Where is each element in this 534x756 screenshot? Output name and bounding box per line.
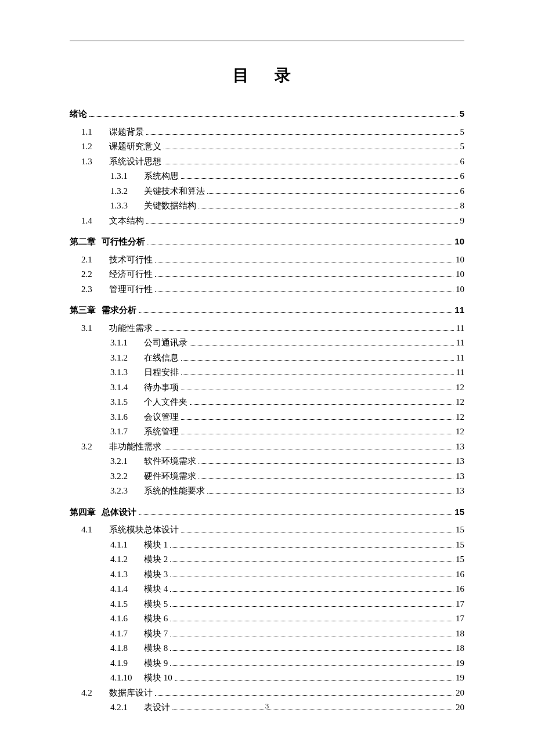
toc-entry[interactable]: 1.1课题背景5: [70, 125, 464, 140]
toc-entry-number: 3.2.1: [110, 454, 144, 469]
toc-entry-number: 第三章: [70, 303, 96, 318]
toc-entry[interactable]: 4.1.3模块 316: [70, 567, 464, 582]
toc-entry-page: 12: [456, 410, 464, 425]
toc-entry[interactable]: 3.2.1软件环境需求13: [70, 454, 464, 469]
toc-entry-page: 15: [456, 538, 464, 553]
toc-leader: [181, 353, 454, 361]
toc-entry-label: 模块 5: [144, 597, 168, 612]
toc-entry-number: 1.3.3: [110, 199, 144, 214]
toc-entry-number: 4.1.6: [110, 611, 144, 627]
toc-entry-number: 4.1.10: [110, 671, 144, 686]
toc-entry-label: 关键技术和算法: [144, 184, 205, 199]
toc-entry[interactable]: 4.1.10模块 1019: [70, 671, 464, 686]
toc-leader: [181, 171, 458, 179]
toc-entry-number: 2.3: [81, 282, 109, 297]
toc-leader: [164, 157, 458, 164]
toc-leader: [139, 305, 452, 313]
toc-entry[interactable]: 3.1.3日程安排11: [70, 365, 464, 380]
toc-entry-label: 非功能性需求: [109, 440, 161, 455]
toc-entry-page: 13: [456, 454, 464, 469]
toc-entry[interactable]: 3.1.5个人文件夹12: [70, 395, 464, 410]
toc-entry[interactable]: 2.2经济可行性10: [70, 267, 464, 282]
toc-entry-page: 16: [456, 567, 464, 582]
toc-entry[interactable]: 绪论5: [70, 106, 464, 121]
toc-entry[interactable]: 1.2课题研究意义5: [70, 139, 464, 154]
toc-entry-number: 3.2.3: [110, 484, 144, 499]
toc-entry-label: 文本结构: [109, 214, 144, 229]
toc-entry-number: 1.4: [81, 214, 109, 229]
toc-leader: [170, 584, 453, 592]
toc-entry-number: 1.3: [81, 154, 109, 170]
toc-entry-label: 软件环境需求: [144, 454, 196, 469]
toc-entry-label: 数据库设计: [109, 686, 153, 701]
toc-entry[interactable]: 3.1.7系统管理12: [70, 424, 464, 440]
toc-entry[interactable]: 3.2.3系统的性能要求13: [70, 484, 464, 499]
toc-leader: [155, 285, 453, 292]
toc-entry-label: 模块 9: [144, 656, 168, 671]
toc-entry[interactable]: 2.1技术可行性10: [70, 253, 464, 268]
toc-entry[interactable]: 1.3.1系统构思6: [70, 169, 464, 184]
toc-entry[interactable]: 4.1.2模块 215: [70, 552, 464, 567]
toc-entry[interactable]: 4.1.5模块 517: [70, 597, 464, 612]
toc-leader: [170, 643, 453, 651]
toc-entry[interactable]: 3.1功能性需求11: [70, 321, 464, 336]
toc-entry[interactable]: 3.1.1公司通讯录11: [70, 336, 464, 351]
toc-entry-page: 9: [460, 214, 465, 229]
toc-entry-number: 2.1: [81, 253, 109, 268]
toc-entry[interactable]: 4.1.1模块 115: [70, 538, 464, 553]
toc-entry-page: 18: [456, 627, 464, 642]
toc-entry[interactable]: 3.2.2硬件环境需求13: [70, 469, 464, 484]
toc-leader: [155, 688, 453, 696]
toc-entry-page: 10: [456, 282, 464, 297]
toc-entry-number: 4.1: [81, 523, 109, 538]
toc-entry-label: 管理可行性: [109, 282, 153, 297]
toc-entry-page: 15: [456, 552, 464, 567]
toc-entry-label: 经济可行性: [109, 267, 153, 282]
toc-entry[interactable]: 4.1.4模块 416: [70, 582, 464, 597]
toc-entry[interactable]: 第三章需求分析11: [70, 303, 464, 318]
toc-entry-page: 15: [456, 523, 464, 538]
toc-entry[interactable]: 3.1.4待办事项12: [70, 380, 464, 395]
toc-entry[interactable]: 4.1系统模块总体设计15: [70, 523, 464, 538]
toc-entry[interactable]: 3.1.2在线信息11: [70, 351, 464, 366]
toc-entry[interactable]: 2.3管理可行性10: [70, 282, 464, 297]
toc-entry[interactable]: 第二章可行性分析10: [70, 234, 464, 249]
toc-entry[interactable]: 4.2数据库设计20: [70, 686, 464, 701]
toc-leader: [181, 383, 453, 390]
toc-entry[interactable]: 4.1.6模块 617: [70, 611, 464, 627]
toc-entry-number: 1.3.2: [110, 184, 144, 199]
toc-entry[interactable]: 3.2非功能性需求13: [70, 440, 464, 455]
toc-entry-label: 关键数据结构: [144, 199, 196, 214]
toc-entry-label: 课题背景: [109, 125, 144, 140]
toc-entry-page: 11: [456, 351, 464, 366]
toc-entry[interactable]: 4.1.9模块 919: [70, 656, 464, 671]
toc-entry[interactable]: 第四章总体设计15: [70, 505, 464, 520]
toc-entry[interactable]: 4.1.7模块 718: [70, 627, 464, 642]
toc-entry[interactable]: 1.3.3关键数据结构8: [70, 199, 464, 214]
toc-entry-number: 4.1.9: [110, 656, 144, 671]
toc-entry-number: 4.1.5: [110, 597, 144, 612]
toc-entry[interactable]: 4.1.8模块 818: [70, 641, 464, 656]
toc-entry-label: 公司通讯录: [144, 336, 187, 351]
toc-leader: [139, 507, 452, 515]
toc-entry-number: 第四章: [70, 505, 96, 520]
toc-entry-page: 10: [454, 234, 464, 249]
toc-entry[interactable]: 1.4文本结构9: [70, 214, 464, 229]
toc-entry-label: 总体设计: [102, 505, 136, 520]
toc-entry-page: 13: [456, 484, 464, 499]
toc-leader: [181, 525, 453, 532]
toc-entry[interactable]: 3.1.6会议管理12: [70, 410, 464, 425]
toc-entry-number: 3.2.2: [110, 469, 144, 484]
toc-entry-number: 第二章: [70, 234, 96, 249]
toc-entry-label: 日程安排: [144, 365, 179, 380]
toc-leader: [155, 269, 453, 277]
toc-list: 绪论51.1课题背景51.2课题研究意义51.3系统设计思想61.3.1系统构思…: [70, 106, 464, 715]
header-rule: [70, 41, 464, 41]
toc-entry-label: 技术可行性: [109, 253, 153, 268]
toc-leader: [146, 127, 458, 135]
toc-entry[interactable]: 1.3.2关键技术和算法6: [70, 184, 464, 199]
toc-entry-label: 课题研究意义: [109, 139, 161, 154]
toc-entry-label: 模块 3: [144, 567, 168, 582]
toc-entry-page: 6: [460, 154, 465, 170]
toc-entry[interactable]: 1.3系统设计思想6: [70, 154, 464, 170]
